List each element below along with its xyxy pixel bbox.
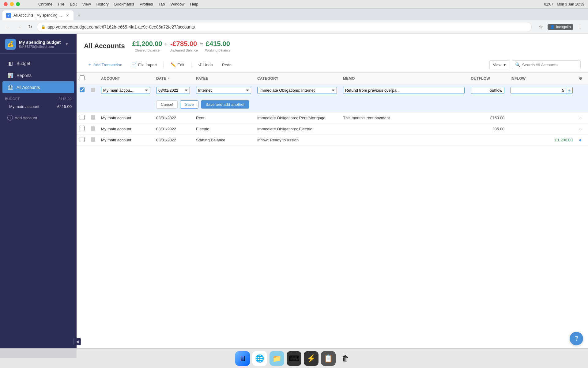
edit-memo-input[interactable] — [343, 87, 465, 94]
date-sort[interactable]: DATE ▼ — [156, 76, 170, 81]
row-2-checkbox[interactable] — [80, 137, 85, 142]
view-dropdown-button[interactable]: View ▼ — [489, 60, 510, 69]
chrome-tab-active[interactable]: Y All Accounts | My spending bu... ✕ — [2, 10, 74, 20]
row-1-checkbox[interactable] — [80, 126, 85, 131]
uncleared-balance-item: -£785.00 Uncleared Balance — [169, 40, 198, 52]
mac-menu-file[interactable]: File — [58, 2, 64, 6]
edit-account-select[interactable]: My main accou... — [101, 87, 150, 94]
mac-minimize-button[interactable] — [10, 2, 14, 6]
row-0-checkbox[interactable] — [80, 115, 85, 120]
edit-button[interactable]: ✏️ Edit — [167, 60, 188, 69]
add-transaction-button[interactable]: ＋ Add Transaction — [84, 60, 126, 69]
table-row-editing[interactable]: My main accou... 03/01/2022 Internet — [77, 84, 588, 97]
mac-menu-edit[interactable]: Edit — [70, 2, 77, 6]
edit-row-date-cell[interactable]: 03/01/2022 — [153, 84, 193, 97]
new-tab-button[interactable]: + — [75, 12, 83, 20]
main-content: All Accounts £1,200.00 Cleared Balance +… — [77, 34, 588, 358]
tab-close-button[interactable]: ✕ — [65, 13, 70, 18]
th-inflow[interactable]: INFLOW — [507, 73, 576, 84]
search-input[interactable] — [522, 63, 577, 67]
help-button[interactable]: ? — [570, 332, 583, 345]
row-checkbox-cell-0[interactable] — [77, 113, 88, 124]
row-actions-cell-0[interactable]: ○ — [576, 113, 588, 124]
table-row[interactable]: My main account 03/01/2022 Electric Imme… — [77, 124, 588, 135]
cleared-balance-label: Cleared Balance — [132, 48, 162, 52]
edit-row-checkbox[interactable] — [80, 87, 85, 92]
forward-button[interactable]: → — [15, 23, 23, 31]
mac-close-button[interactable] — [4, 2, 8, 6]
table-row[interactable]: My main account 03/01/2022 Rent Immediat… — [77, 113, 588, 124]
dock-terminal-icon[interactable]: ⌨ — [287, 351, 301, 366]
mac-maximize-button[interactable] — [16, 2, 20, 6]
mac-menu-window[interactable]: Window — [170, 2, 184, 6]
cancel-button[interactable]: Cancel — [156, 100, 178, 109]
dock-folder-icon[interactable]: 📁 — [270, 351, 284, 366]
th-account[interactable]: ACCOUNT — [98, 73, 153, 84]
row-checkbox-cell-2[interactable] — [77, 135, 88, 146]
redo-button[interactable]: Redo — [218, 61, 235, 69]
add-account-button[interactable]: + Add Account — [2, 113, 74, 123]
edit-payee-select[interactable]: Internet — [196, 87, 251, 94]
reload-button[interactable]: ↻ — [26, 23, 34, 31]
edit-actions-row: Cancel Save Save and add another — [77, 97, 588, 113]
edit-row-payee-cell[interactable]: Internet — [193, 84, 254, 97]
edit-row-account-cell[interactable]: My main accou... — [98, 84, 153, 97]
sidebar-brand[interactable]: 💰 My spending budget 5d485270@uifeed.com… — [5, 39, 72, 50]
dock-chrome-icon[interactable]: 🌐 — [252, 351, 267, 366]
account-sort[interactable]: ACCOUNT — [101, 76, 120, 81]
row-1-cleared-icon[interactable]: ○ — [579, 126, 582, 132]
inflow-calc-button[interactable]: ± — [566, 87, 572, 94]
dock-files-icon[interactable]: 📋 — [321, 351, 336, 366]
table-row[interactable]: My main account 03/01/2022 Starting Bala… — [77, 135, 588, 146]
th-payee[interactable]: PAYEE — [193, 73, 254, 84]
bookmark-star-icon[interactable]: ☆ — [537, 23, 545, 31]
edit-inflow-input[interactable] — [511, 87, 566, 94]
th-category[interactable]: CATEGORY — [254, 73, 340, 84]
save-button[interactable]: Save — [180, 100, 198, 109]
back-button[interactable]: ← — [4, 23, 12, 31]
mac-window-controls[interactable] — [4, 2, 20, 6]
mac-menu-help[interactable]: Help — [190, 2, 198, 6]
mac-menu-view[interactable]: View — [82, 2, 91, 6]
edit-row-memo-cell[interactable] — [340, 84, 468, 97]
dock-lightning-icon[interactable]: ⚡ — [304, 351, 318, 366]
row-actions-cell-2[interactable]: ● — [576, 135, 588, 146]
edit-row-inflow-cell[interactable]: ± — [507, 84, 576, 97]
sidebar-item-budget[interactable]: ◧ Budget — [2, 57, 74, 69]
sidebar-item-all-accounts[interactable]: 🏦 All Accounts — [2, 81, 74, 93]
row-2-cleared-icon[interactable]: ● — [579, 137, 582, 143]
search-box[interactable]: 🔍 — [512, 60, 581, 69]
cleared-balance-amount: £1,200.00 — [132, 40, 162, 48]
th-memo[interactable]: MEMO — [340, 73, 468, 84]
row-actions-cell-1[interactable]: ○ — [576, 124, 588, 135]
dock-finder-icon[interactable]: 🖥 — [235, 351, 250, 366]
edit-category-select[interactable]: Immediate Obligations: Internet — [257, 87, 337, 94]
select-all-checkbox[interactable] — [80, 75, 85, 80]
dock-trash-icon[interactable]: 🗑 — [338, 351, 353, 366]
edit-row-category-cell[interactable]: Immediate Obligations: Internet — [254, 84, 340, 97]
page-title-row: All Accounts £1,200.00 Cleared Balance +… — [84, 40, 581, 52]
edit-row-outflow-cell[interactable] — [468, 84, 507, 97]
undo-button[interactable]: ↺ Undo — [194, 60, 217, 69]
row-checkbox-cell-1[interactable] — [77, 124, 88, 135]
mac-menu-profiles[interactable]: Profiles — [140, 2, 153, 6]
chrome-menu-button[interactable]: ⋮ — [576, 23, 584, 31]
mac-menu-history[interactable]: History — [96, 2, 109, 6]
settings-icon[interactable]: ⚙ — [579, 76, 582, 81]
address-bar[interactable]: 🔒 app.youneedabudget.com/fe67162b-e665-4… — [37, 22, 532, 32]
mac-menu-bookmarks[interactable]: Bookmarks — [114, 2, 134, 6]
edit-outflow-input[interactable] — [471, 87, 504, 94]
edit-date-select[interactable]: 03/01/2022 — [156, 87, 190, 94]
row-0-cleared-icon[interactable]: ○ — [579, 115, 582, 121]
file-import-button[interactable]: 📄 File Import — [128, 60, 160, 69]
save-add-another-button[interactable]: Save and add another — [201, 100, 249, 109]
sidebar-item-reports[interactable]: 📊 Reports — [2, 69, 74, 81]
th-select-all[interactable] — [77, 73, 88, 84]
mac-menu-tab[interactable]: Tab — [158, 2, 165, 6]
sidebar-collapse-button[interactable]: ◀ — [74, 338, 81, 345]
th-outflow[interactable]: OUTFLOW — [468, 73, 507, 84]
sidebar-budget-account[interactable]: My main account £415.00 — [0, 102, 77, 111]
mac-menu-chrome[interactable]: Chrome — [38, 2, 52, 6]
th-date[interactable]: DATE ▼ — [153, 73, 193, 84]
edit-row-checkbox-cell[interactable] — [77, 84, 88, 97]
